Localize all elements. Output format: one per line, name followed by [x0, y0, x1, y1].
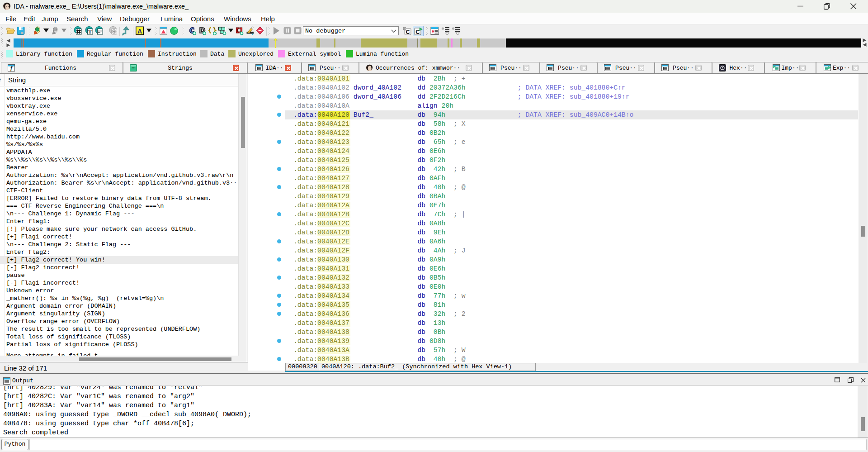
svg-text:A: A: [137, 28, 142, 35]
svg-text:C: C: [406, 29, 410, 35]
svg-text:T: T: [88, 28, 92, 35]
